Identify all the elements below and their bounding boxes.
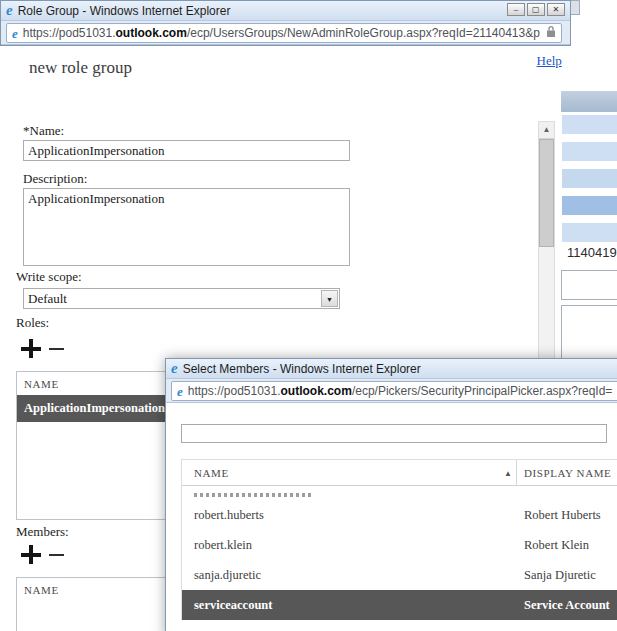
background-text-fragment: 11404198 [567, 245, 617, 260]
dropdown-arrow-icon[interactable]: ▼ [321, 290, 338, 307]
background-list-row [562, 223, 617, 242]
url-prefix: https://pod51031. [188, 384, 281, 398]
cell-name: robert.huberts [194, 508, 264, 523]
table-row-selected[interactable]: serviceaccount Service Account [182, 590, 617, 620]
role-group-title-bar[interactable]: e Role Group - Windows Internet Explorer… [1, 1, 570, 21]
ie-icon: e [6, 3, 13, 18]
write-scope-value: Default [28, 291, 67, 307]
role-group-window: e Role Group - Windows Internet Explorer… [0, 0, 571, 46]
search-input[interactable] [181, 424, 607, 443]
background-list-row [562, 169, 617, 188]
background-panel-fragment [561, 305, 617, 360]
background-list-row [562, 196, 617, 215]
url-path: /ecp/UsersGroups/NewAdminRoleGroup.aspx?… [187, 26, 540, 40]
cell-name: sanja.djuretic [194, 568, 261, 583]
add-role-button[interactable] [20, 338, 41, 359]
background-header-fragment [561, 91, 617, 112]
scrollbar-thumb[interactable] [539, 139, 554, 247]
cell-display-name: Sanja Djuretic [524, 568, 596, 583]
roles-label: Roles: [16, 315, 49, 331]
cell-display-name: Robert Huberts [524, 508, 601, 523]
table-row[interactable]: robert.huberts Robert Huberts [182, 500, 617, 530]
page-icon: e [12, 27, 18, 40]
window-title: Select Members - Windows Internet Explor… [183, 362, 421, 376]
description-input[interactable]: ApplicationImpersonation [23, 188, 350, 266]
window-title: Role Group - Windows Internet Explorer [18, 4, 231, 18]
table-row[interactable]: sanja.djuretic Sanja Djuretic [182, 560, 617, 590]
cell-display-name: Service Account [524, 598, 610, 613]
add-member-button[interactable] [20, 544, 41, 565]
scroll-up-icon[interactable]: ▲ [539, 122, 554, 139]
members-picker-table: NAME ▲ DISPLAY NAME robert.huberts Rober… [181, 459, 617, 620]
write-scope-label: Write scope: [16, 269, 82, 285]
close-button[interactable]: ✕ [547, 3, 565, 16]
table-row[interactable]: robert.klein Robert Klein [182, 530, 617, 560]
lock-icon [540, 24, 556, 42]
sort-ascending-icon: ▲ [504, 469, 512, 478]
url-path: /ecp/Pickers/SecurityPrincipalPicker.asp… [352, 384, 612, 398]
remove-member-button[interactable] [49, 544, 65, 565]
url-field[interactable]: e https://pod51031.outlook.com/ecp/Picke… [171, 381, 617, 401]
column-header-display-name[interactable]: DISPLAY NAME [524, 467, 611, 479]
url-text: https://pod51031.outlook.com/ecp/UsersGr… [23, 26, 540, 40]
url-domain: outlook.com [281, 384, 352, 398]
background-panel-fragment [561, 270, 617, 300]
minimize-button[interactable]: – [507, 3, 525, 16]
url-prefix: https://pod51031. [23, 26, 116, 40]
cell-name: serviceaccount [194, 598, 272, 613]
column-divider [516, 460, 517, 485]
address-bar: e https://pod51031.outlook.com/ecp/Users… [1, 21, 570, 45]
maximize-button[interactable]: ▢ [527, 3, 545, 16]
remove-role-button[interactable] [49, 338, 65, 359]
page-icon: e [177, 385, 183, 398]
list-row-clipped[interactable] [182, 486, 617, 500]
background-list-row [562, 142, 617, 161]
cell-display-name: Robert Klein [524, 538, 589, 553]
cell-name: robert.klein [194, 538, 252, 553]
help-link[interactable]: Help [537, 53, 562, 69]
url-text: https://pod51031.outlook.com/ecp/Pickers… [188, 384, 617, 398]
members-label: Members: [16, 524, 69, 540]
name-input[interactable] [23, 140, 350, 161]
background-list-row [562, 115, 617, 134]
page-title: new role group [29, 58, 132, 78]
ie-icon: e [171, 361, 178, 376]
write-scope-select[interactable]: Default ▼ [23, 288, 340, 309]
url-field[interactable]: e https://pod51031.outlook.com/ecp/Users… [6, 23, 562, 43]
description-label: Description: [23, 171, 87, 187]
column-header-name[interactable]: NAME [194, 467, 229, 479]
address-bar: e https://pod51031.outlook.com/ecp/Picke… [166, 379, 617, 403]
name-label: *Name: [23, 123, 64, 139]
select-members-title-bar[interactable]: e Select Members - Windows Internet Expl… [166, 359, 617, 379]
window-controls: – ▢ ✕ [507, 3, 565, 16]
select-members-window: e Select Members - Windows Internet Expl… [165, 358, 617, 631]
table-header: NAME ▲ DISPLAY NAME [182, 460, 617, 486]
desktop: 11404198 e Role Group - Windows Internet… [0, 0, 617, 631]
url-domain: outlook.com [116, 26, 187, 40]
